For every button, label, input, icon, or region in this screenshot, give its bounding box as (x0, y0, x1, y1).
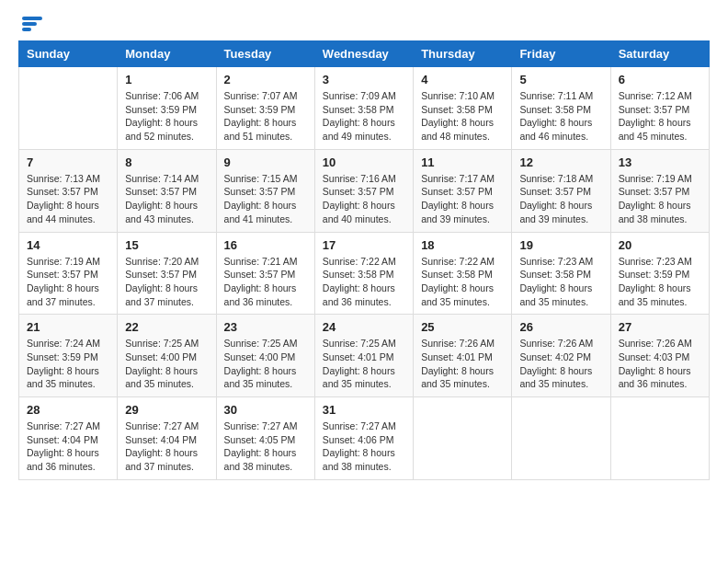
calendar-day-cell: 8Sunrise: 7:14 AM Sunset: 3:57 PM Daylig… (118, 149, 216, 232)
calendar-day-cell: 4Sunrise: 7:10 AM Sunset: 3:58 PM Daylig… (414, 67, 512, 150)
calendar-day-cell: 20Sunrise: 7:23 AM Sunset: 3:59 PM Dayli… (610, 232, 709, 315)
day-number: 26 (519, 320, 602, 334)
weekday-header: Saturday (610, 41, 709, 67)
calendar-day-cell: 9Sunrise: 7:15 AM Sunset: 3:57 PM Daylig… (216, 149, 314, 232)
day-info: Sunrise: 7:25 AM Sunset: 4:00 PM Dayligh… (125, 337, 208, 391)
day-info: Sunrise: 7:10 AM Sunset: 3:58 PM Dayligh… (421, 89, 504, 144)
day-number: 30 (224, 403, 307, 417)
calendar-day-cell (414, 397, 512, 480)
day-number: 27 (619, 320, 701, 334)
day-number: 1 (125, 73, 208, 86)
calendar-day-cell: 3Sunrise: 7:09 AM Sunset: 3:58 PM Daylig… (314, 67, 413, 150)
day-number: 14 (27, 238, 109, 252)
calendar-day-cell: 16Sunrise: 7:21 AM Sunset: 3:57 PM Dayli… (216, 232, 314, 315)
day-number: 3 (323, 73, 405, 86)
calendar-day-cell: 31Sunrise: 7:27 AM Sunset: 4:06 PM Dayli… (314, 397, 413, 480)
day-number: 7 (27, 155, 109, 169)
day-number: 5 (519, 73, 602, 86)
calendar-day-cell: 21Sunrise: 7:24 AM Sunset: 3:59 PM Dayli… (19, 315, 118, 397)
calendar-day-cell: 25Sunrise: 7:26 AM Sunset: 4:01 PM Dayli… (414, 315, 512, 397)
calendar-day-cell: 28Sunrise: 7:27 AM Sunset: 4:04 PM Dayli… (19, 397, 118, 480)
calendar-week-row: 7Sunrise: 7:13 AM Sunset: 3:57 PM Daylig… (19, 149, 710, 232)
calendar-day-cell: 12Sunrise: 7:18 AM Sunset: 3:57 PM Dayli… (512, 149, 610, 232)
calendar-day-cell: 15Sunrise: 7:20 AM Sunset: 3:57 PM Dayli… (118, 232, 216, 315)
day-number: 21 (27, 320, 109, 334)
day-info: Sunrise: 7:19 AM Sunset: 3:57 PM Dayligh… (619, 172, 701, 226)
calendar-day-cell: 14Sunrise: 7:19 AM Sunset: 3:57 PM Dayli… (19, 232, 118, 315)
calendar-day-cell: 1Sunrise: 7:06 AM Sunset: 3:59 PM Daylig… (118, 67, 216, 150)
day-number: 2 (224, 73, 307, 86)
calendar-day-cell: 22Sunrise: 7:25 AM Sunset: 4:00 PM Dayli… (118, 315, 216, 397)
day-number: 12 (519, 155, 602, 169)
calendar-day-cell: 23Sunrise: 7:25 AM Sunset: 4:00 PM Dayli… (216, 315, 314, 397)
day-number: 19 (519, 238, 602, 252)
calendar-day-cell: 17Sunrise: 7:22 AM Sunset: 3:58 PM Dayli… (314, 232, 413, 315)
day-info: Sunrise: 7:26 AM Sunset: 4:02 PM Dayligh… (519, 337, 602, 391)
day-info: Sunrise: 7:22 AM Sunset: 3:58 PM Dayligh… (421, 255, 504, 309)
day-number: 16 (224, 238, 307, 252)
calendar-day-cell (19, 67, 118, 150)
day-number: 25 (421, 320, 504, 334)
weekday-header: Wednesday (314, 41, 413, 67)
weekday-header: Sunday (19, 41, 118, 67)
day-info: Sunrise: 7:19 AM Sunset: 3:57 PM Dayligh… (27, 255, 109, 309)
calendar-day-cell: 24Sunrise: 7:25 AM Sunset: 4:01 PM Dayli… (314, 315, 413, 397)
day-number: 9 (224, 155, 307, 169)
day-number: 18 (421, 238, 504, 252)
day-info: Sunrise: 7:25 AM Sunset: 4:00 PM Dayligh… (224, 337, 307, 391)
day-info: Sunrise: 7:13 AM Sunset: 3:57 PM Dayligh… (27, 172, 109, 226)
day-info: Sunrise: 7:20 AM Sunset: 3:57 PM Dayligh… (125, 255, 208, 309)
day-number: 31 (323, 403, 405, 417)
day-info: Sunrise: 7:27 AM Sunset: 4:04 PM Dayligh… (125, 419, 208, 474)
calendar-week-row: 28Sunrise: 7:27 AM Sunset: 4:04 PM Dayli… (19, 397, 710, 480)
day-info: Sunrise: 7:27 AM Sunset: 4:05 PM Dayligh… (224, 419, 307, 474)
calendar-week-row: 21Sunrise: 7:24 AM Sunset: 3:59 PM Dayli… (19, 315, 710, 397)
day-info: Sunrise: 7:12 AM Sunset: 3:57 PM Dayligh… (619, 89, 701, 144)
calendar-day-cell (610, 397, 709, 480)
page-header (18, 18, 710, 31)
day-info: Sunrise: 7:23 AM Sunset: 3:58 PM Dayligh… (519, 255, 602, 309)
calendar-day-cell: 27Sunrise: 7:26 AM Sunset: 4:03 PM Dayli… (610, 315, 709, 397)
weekday-header: Thursday (414, 41, 512, 67)
day-info: Sunrise: 7:07 AM Sunset: 3:59 PM Dayligh… (224, 89, 307, 144)
calendar-day-cell: 29Sunrise: 7:27 AM Sunset: 4:04 PM Dayli… (118, 397, 216, 480)
calendar-day-cell: 6Sunrise: 7:12 AM Sunset: 3:57 PM Daylig… (610, 67, 709, 150)
day-info: Sunrise: 7:14 AM Sunset: 3:57 PM Dayligh… (125, 172, 208, 226)
calendar-week-row: 14Sunrise: 7:19 AM Sunset: 3:57 PM Dayli… (19, 232, 710, 315)
day-number: 28 (27, 403, 109, 417)
day-info: Sunrise: 7:26 AM Sunset: 4:03 PM Dayligh… (619, 337, 701, 391)
day-number: 23 (224, 320, 307, 334)
calendar-day-cell: 10Sunrise: 7:16 AM Sunset: 3:57 PM Dayli… (314, 149, 413, 232)
calendar-day-cell: 30Sunrise: 7:27 AM Sunset: 4:05 PM Dayli… (216, 397, 314, 480)
day-number: 24 (323, 320, 405, 334)
day-number: 13 (619, 155, 701, 169)
day-info: Sunrise: 7:06 AM Sunset: 3:59 PM Dayligh… (125, 89, 208, 144)
weekday-header-row: SundayMondayTuesdayWednesdayThursdayFrid… (19, 41, 710, 67)
calendar-week-row: 1Sunrise: 7:06 AM Sunset: 3:59 PM Daylig… (19, 67, 710, 150)
day-info: Sunrise: 7:15 AM Sunset: 3:57 PM Dayligh… (224, 172, 307, 226)
day-info: Sunrise: 7:24 AM Sunset: 3:59 PM Dayligh… (27, 337, 109, 391)
calendar-day-cell: 2Sunrise: 7:07 AM Sunset: 3:59 PM Daylig… (216, 67, 314, 150)
day-number: 10 (323, 155, 405, 169)
day-number: 8 (125, 155, 208, 169)
calendar-day-cell: 7Sunrise: 7:13 AM Sunset: 3:57 PM Daylig… (19, 149, 118, 232)
day-info: Sunrise: 7:26 AM Sunset: 4:01 PM Dayligh… (421, 337, 504, 391)
calendar-day-cell: 13Sunrise: 7:19 AM Sunset: 3:57 PM Dayli… (610, 149, 709, 232)
calendar-table: SundayMondayTuesdayWednesdayThursdayFrid… (18, 40, 710, 480)
calendar-day-cell (512, 397, 610, 480)
day-number: 22 (125, 320, 208, 334)
day-number: 4 (421, 73, 504, 86)
calendar-day-cell: 19Sunrise: 7:23 AM Sunset: 3:58 PM Dayli… (512, 232, 610, 315)
day-number: 20 (619, 238, 701, 252)
logo (18, 18, 42, 31)
day-info: Sunrise: 7:09 AM Sunset: 3:58 PM Dayligh… (323, 89, 405, 144)
weekday-header: Monday (118, 41, 216, 67)
day-info: Sunrise: 7:27 AM Sunset: 4:06 PM Dayligh… (323, 419, 405, 474)
day-info: Sunrise: 7:23 AM Sunset: 3:59 PM Dayligh… (619, 255, 701, 309)
day-info: Sunrise: 7:25 AM Sunset: 4:01 PM Dayligh… (323, 337, 405, 391)
day-info: Sunrise: 7:16 AM Sunset: 3:57 PM Dayligh… (323, 172, 405, 226)
day-number: 11 (421, 155, 504, 169)
weekday-header: Tuesday (216, 41, 314, 67)
day-info: Sunrise: 7:18 AM Sunset: 3:57 PM Dayligh… (519, 172, 602, 226)
day-number: 29 (125, 403, 208, 417)
